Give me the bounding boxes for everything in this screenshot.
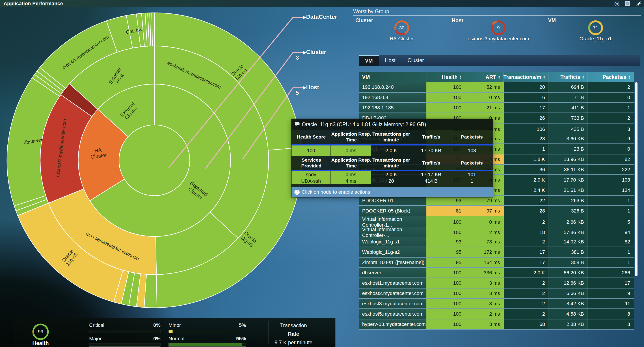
tooltip-header-cell: Traffic/s <box>411 160 451 166</box>
tab-vm[interactable]: VM <box>359 55 379 66</box>
column-header-traffic-s[interactable]: Traffic/s▲▼ <box>549 72 588 82</box>
metric-label-row: Critical0% <box>89 322 160 328</box>
table-row[interactable]: Weblogic_11g-s19373 ms214.02 KB82 <box>359 237 634 247</box>
vm-name-cell: dbserver <box>359 268 426 277</box>
window-square-icon[interactable] <box>625 1 630 6</box>
transactions-cell: 2 <box>504 237 549 247</box>
packets-cell: 1 <box>588 103 634 113</box>
metric-bar <box>89 343 160 346</box>
packets-cell: 94 <box>588 227 634 238</box>
traffic-cell: 12.66 KB <box>549 278 588 288</box>
column-header-packets-s[interactable]: Packets/s▲▼ <box>588 72 634 82</box>
vm-name-cell: esxhost5.mydatacenter.com <box>359 309 426 319</box>
metric-normal: Normal95% <box>168 336 246 346</box>
art-cell: 3 ms <box>466 319 504 329</box>
metric-bar-fill <box>169 330 172 333</box>
traffic-cell: 326 B <box>549 206 588 216</box>
table-row[interactable]: 192.168.0.81000 ms671 B0 <box>359 93 634 103</box>
metric-label: Minor <box>168 322 181 328</box>
record-target-icon[interactable]: ◎ <box>614 1 619 7</box>
traffic-cell: 3.60 KB <box>549 134 588 143</box>
packets-cell: 1 <box>588 206 634 216</box>
tooltip-value-cell: 100 <box>292 146 331 156</box>
table-scrollbar[interactable] <box>635 82 638 276</box>
table-row[interactable]: esxhost2.mydatacenter.com1003 ms26.66 KB… <box>359 288 634 299</box>
health-cell: 100 <box>426 103 466 113</box>
table-row[interactable]: esxhost3.mydatacenter.com1003 ms28.42 KB… <box>359 299 634 309</box>
table-row[interactable]: dbserver100336 ms2.0 K66.20 KB266 <box>359 268 634 278</box>
table-row[interactable]: Zimbra_8.0-s1 ([test+name])95164 ms17358… <box>359 257 634 268</box>
collapse-icon[interactable] <box>636 1 642 7</box>
packets-cell: 1 <box>588 196 634 205</box>
tab-cluster[interactable]: Cluster <box>402 55 430 66</box>
tooltip-value-cell: 0 ms <box>331 146 371 156</box>
sunburst-chart[interactable]: StandardClusterHAClusterExternalClusterE… <box>0 0 320 320</box>
packets-cell: 82 <box>588 154 634 164</box>
table-row[interactable]: esxhost1.mydatacenter.com1003 ms212.66 K… <box>359 278 634 288</box>
health-gauge-label: Health <box>23 340 58 346</box>
worst-gauge-vm[interactable]: 71 <box>587 19 604 36</box>
tooltip-service-line: 101 <box>468 171 476 178</box>
sunburst-center-datacenter[interactable] <box>119 125 190 196</box>
column-header-vm[interactable]: VM▲ <box>359 72 426 82</box>
metric-label: Major <box>89 336 102 341</box>
traffic-cell: 6.66 KB <box>549 288 588 298</box>
tooltip-service-cell: 2.0 K20 <box>371 171 411 184</box>
table-row[interactable]: 192.168.1.18510021 ms17411 B1 <box>359 103 634 113</box>
sort-icons: ▲▼ <box>459 75 462 79</box>
table-row[interactable]: 192.168.0.24010052 ms20694 B2 <box>359 82 634 93</box>
art-cell: 172 ms <box>466 247 504 257</box>
packets-cell: 124 <box>588 185 634 195</box>
vm-name-cell: 192.168.1.185 <box>359 103 426 113</box>
table-row[interactable]: Virtual Information Controller-1...1000 … <box>359 216 634 227</box>
explorer-tabs: VMHostCluster <box>359 55 640 66</box>
traffic-cell: 411 B <box>549 103 588 113</box>
transactions-cell: 1.8 K <box>504 154 549 164</box>
table-row[interactable]: Weblogic_11g-s295172 ms17381 B1 <box>359 247 634 257</box>
traffic-cell: 263 B <box>549 196 588 205</box>
column-header-transactions-m[interactable]: Transactions/m▲▼ <box>504 72 549 82</box>
metric-bar <box>168 330 246 333</box>
tooltip-vm-row: 1000 ms2.0 K17.70 KB103 <box>292 146 493 156</box>
metric-critical: Critical0% <box>89 322 160 333</box>
packets-cell: 0 <box>588 93 634 102</box>
transactions-cell: 17 <box>504 257 549 267</box>
traffic-cell: 2.66 KB <box>549 216 588 228</box>
traffic-cell: 57.86 KB <box>549 227 588 238</box>
vm-name-cell: hyperv-03.mydatacenter.com <box>359 319 426 329</box>
worst-gauge-cluster[interactable]: 30 <box>393 19 410 36</box>
tooltip-service-cell: spdyUDA-ssh <box>292 171 331 184</box>
transactions-cell: 1 <box>504 144 549 154</box>
art-cell: 79 ms <box>466 196 504 205</box>
column-header-art[interactable]: ART▲▼ <box>466 72 504 82</box>
worst-gauge-host[interactable]: 9 <box>490 19 507 36</box>
transactions-cell: 68 <box>504 319 549 329</box>
table-row[interactable]: PDOCKER-05 (Block)8197 ms28326 B1 <box>359 206 634 216</box>
health-cell: 100 <box>426 299 466 308</box>
column-header-health[interactable]: Health▲▼ <box>426 72 466 82</box>
callout-label-datacenter: DataCenter <box>306 14 337 21</box>
traffic-cell: 66.20 KB <box>549 268 588 277</box>
table-row[interactable]: PDOCKER-019379 ms22263 B1 <box>359 196 634 206</box>
transaction-line1: Transaction <box>260 322 327 329</box>
sunburst-segment-vm[interactable] <box>152 13 154 46</box>
worst-group-label-cluster: Cluster <box>356 18 373 24</box>
tooltip-header-cell: Transactions per minute <box>371 157 411 169</box>
table-row[interactable]: hyperv-03.mydatacenter.com1003 ms682.88 … <box>359 319 634 330</box>
metric-label: Critical <box>89 322 104 328</box>
packets-cell: 8 <box>588 319 634 329</box>
tooltip-vm-header: Health ScoreApplication Resp. TimeTransa… <box>292 130 493 144</box>
tooltip-service-line: UDA-ssh <box>301 178 321 184</box>
tooltip-service-line: 17.17 KB <box>421 171 442 178</box>
vm-name-cell: Virtual Information Controller-... <box>359 227 426 238</box>
metric-bar <box>168 343 246 346</box>
metric-value: 5% <box>239 322 246 328</box>
table-row[interactable]: esxhost5.mydatacenter.com1002 ms24.58 KB… <box>359 309 634 319</box>
traffic-cell: 21.61 KB <box>549 185 588 195</box>
table-row[interactable]: Virtual Information Controller-...1002 m… <box>359 227 634 237</box>
packets-cell: 222 <box>588 165 634 174</box>
transactions-cell: 17 <box>504 103 549 113</box>
sort-icons: ▲▼ <box>543 75 546 79</box>
tab-host[interactable]: Host <box>379 55 402 66</box>
art-cell: 3 ms <box>466 299 504 308</box>
